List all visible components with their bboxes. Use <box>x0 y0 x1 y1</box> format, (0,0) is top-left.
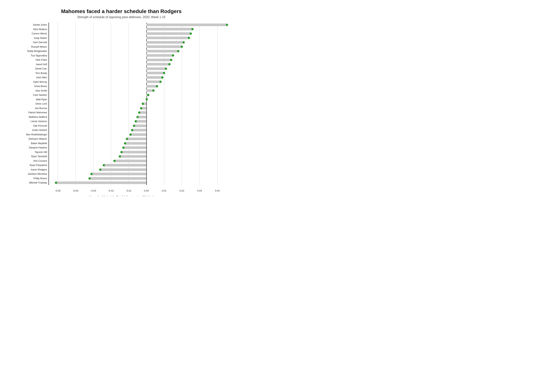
player-label: Russell Wilson <box>11 46 47 48</box>
data-dot <box>168 63 171 65</box>
data-dot <box>138 111 140 114</box>
x-tick-label: 0.00 <box>143 189 150 192</box>
data-dot <box>122 147 124 149</box>
data-dot <box>133 125 135 127</box>
bar-row <box>49 124 231 128</box>
player-label: Matt Ryan <box>11 98 47 101</box>
bar-track <box>132 129 146 131</box>
bar-track <box>130 133 146 136</box>
bar-track <box>123 146 146 149</box>
x-tick-label: -0.03 <box>90 189 97 192</box>
data-dot <box>146 98 148 101</box>
player-label: Drew Lock <box>11 102 47 105</box>
player-label: Kyler Murray <box>11 81 47 83</box>
player-label: Sam Darnold <box>11 41 47 43</box>
data-dot <box>124 142 126 144</box>
bar-row <box>49 111 231 115</box>
player-label: Carson Wentz <box>11 32 47 35</box>
data-dot <box>135 120 137 122</box>
bar-row <box>49 159 231 163</box>
player-label: Daniel Jones <box>11 23 47 26</box>
data-dot <box>147 94 149 96</box>
player-label: Lamar Jackson <box>11 120 47 122</box>
bar-track <box>121 151 146 153</box>
bar-row <box>49 53 231 58</box>
y-labels: Daniel JonesNick MullensCarson WentzAndy… <box>11 23 49 185</box>
data-dot <box>190 32 192 35</box>
bar-row <box>49 181 231 185</box>
player-label: Drew Brees <box>11 85 47 87</box>
data-dot <box>163 72 165 74</box>
bar-track <box>146 45 182 48</box>
player-label: Kirk Cousins <box>11 160 47 162</box>
player-label: Tua Tagovailoa <box>11 54 47 57</box>
data-dot <box>140 107 142 109</box>
bar-track <box>146 37 189 39</box>
data-dot <box>226 24 228 26</box>
bar-track <box>146 28 192 30</box>
bar-row <box>49 154 231 159</box>
player-label: Dwayne Haskins <box>11 146 47 149</box>
bar-track <box>146 67 166 70</box>
data-dot <box>103 164 105 166</box>
player-label: Taysom Hill <box>11 151 47 153</box>
bar-row <box>49 84 231 88</box>
bar-row <box>49 23 231 27</box>
data-dot <box>136 116 139 118</box>
bar-track <box>146 50 178 52</box>
bar-track <box>127 138 146 140</box>
player-label: Derek Carr <box>11 67 47 70</box>
bar-track <box>146 59 171 61</box>
x-axis-label: Strength of Schedule (Total Adjustment t… <box>11 195 231 196</box>
player-label: Mitchell Trubisky <box>11 181 47 184</box>
player-label: Gardner Minshew <box>11 173 47 175</box>
bar-row <box>49 40 231 44</box>
chart-subtitle: Strength of schedule of opposing pass de… <box>11 16 231 19</box>
player-label: Patrick Mahomes <box>11 111 47 114</box>
data-dot <box>131 129 133 131</box>
player-label: Justin Herbert <box>11 129 47 131</box>
player-label: Dak Prescott <box>11 124 47 127</box>
bar-row <box>49 67 231 71</box>
data-dot <box>172 54 174 57</box>
x-tick-label: -0.01 <box>125 189 132 192</box>
player-label: Ryan Tannehill <box>11 155 47 158</box>
data-dot <box>113 160 116 162</box>
bar-row <box>49 89 231 93</box>
bar-track <box>90 177 146 180</box>
data-dot <box>126 138 128 140</box>
player-label: Alex Smith <box>11 90 47 92</box>
player-label: Josh Allen <box>11 76 47 79</box>
bar-row <box>49 31 231 36</box>
player-label: Philip Rivers <box>11 177 47 180</box>
bar-row <box>49 146 231 150</box>
bar-row <box>49 132 231 137</box>
bar-track <box>138 116 146 118</box>
bar-row <box>49 150 231 154</box>
player-label: Matthew Stafford <box>11 116 47 118</box>
data-dot <box>170 59 172 61</box>
data-dot <box>89 177 91 180</box>
player-label: Nick Foles <box>11 59 47 61</box>
data-dot <box>165 68 167 70</box>
bar-row <box>49 119 231 123</box>
player-label: Ben Roethlisberger <box>11 133 47 136</box>
player-label: Andy Dalton <box>11 37 47 39</box>
bar-track <box>146 32 190 35</box>
x-tick-label: 0.04 <box>214 189 221 192</box>
bar-row <box>49 27 231 31</box>
bar-track <box>136 120 146 123</box>
bar-track <box>91 173 146 175</box>
x-tick-label: 0.02 <box>178 189 186 192</box>
bar-track <box>146 41 183 44</box>
bar-row <box>49 176 231 181</box>
bar-row <box>49 163 231 167</box>
chart-area: Daniel JonesNick MullensCarson WentzAndy… <box>11 23 231 185</box>
bar-track <box>120 155 146 158</box>
data-dot <box>142 103 144 105</box>
data-dot <box>152 90 155 92</box>
bar-row <box>49 102 231 106</box>
bar-row <box>49 141 231 145</box>
data-dot <box>129 133 132 136</box>
data-dot <box>182 41 185 43</box>
